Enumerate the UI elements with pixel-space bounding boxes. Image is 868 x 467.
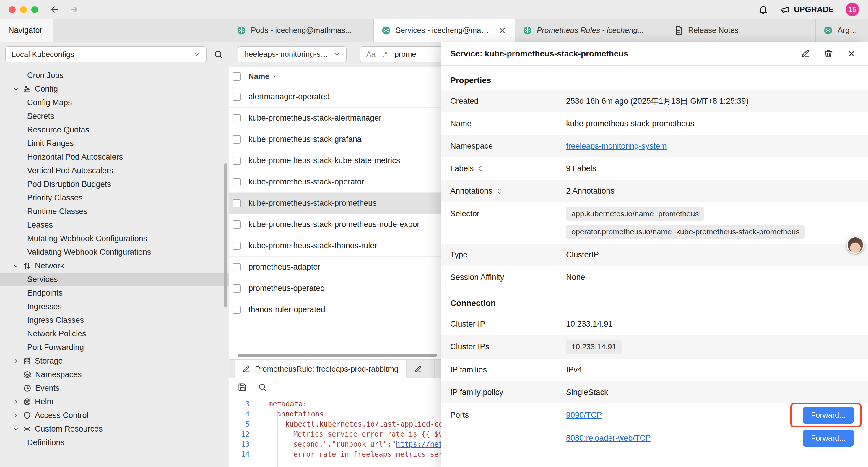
editor-search-icon[interactable] [258, 383, 267, 391]
sidebar-item-mutating-webhook-configurations[interactable]: Mutating Webhook Configurations [0, 232, 229, 245]
property-row-ip-families: IP familiesIPv4 [441, 358, 868, 381]
row-checkbox[interactable] [232, 221, 241, 229]
code-segment: second.","runbook_url":" [293, 440, 396, 448]
minimize-window-button[interactable] [20, 6, 27, 13]
property-label: Created [450, 97, 566, 106]
sidebar-item-port-forwarding[interactable]: Port Forwarding [0, 341, 229, 354]
row-checkbox[interactable] [232, 93, 241, 101]
sidebar-item-network[interactable]: Network [0, 259, 229, 272]
sidebar-item-namespaces[interactable]: Namespaces [0, 368, 229, 381]
select-all-checkbox[interactable] [232, 72, 241, 81]
save-icon[interactable] [238, 383, 247, 391]
zoom-window-button[interactable] [31, 6, 38, 13]
sidebar-item-storage[interactable]: Storage [0, 354, 229, 368]
row-checkbox[interactable] [232, 242, 241, 250]
property-label: IP families [450, 365, 566, 375]
sidebar-item-services[interactable]: Services [0, 272, 229, 286]
horizontal-scrollbar[interactable] [238, 353, 437, 357]
cell-name: kube-prometheus-stack-kube-state-metrics [248, 156, 400, 165]
row-checkbox[interactable] [232, 284, 241, 293]
code-text: metadata: [250, 399, 307, 409]
sidebar-item-access-control[interactable]: Access Control [0, 408, 229, 422]
app-tab-pods-icecheng-mathmas[interactable]: Pods - icecheng@mathmas... [229, 19, 374, 42]
navigator-panel-tab[interactable]: Navigator [0, 19, 53, 42]
sidebar-scrollbar[interactable] [224, 164, 227, 308]
close-icon[interactable] [847, 49, 856, 59]
row-checkbox[interactable] [232, 157, 241, 165]
sidebar-item-label: Validating Webhook Configurations [27, 248, 151, 257]
sidebar-item-limit-ranges[interactable]: Limit Ranges [0, 137, 229, 150]
notification-count-badge[interactable]: 15 [845, 3, 859, 16]
sidebar-item-custom-resources[interactable]: Custom Resources [0, 422, 229, 436]
user-avatar[interactable] [847, 236, 864, 254]
sidebar-item-secrets[interactable]: Secrets [0, 109, 229, 123]
forward-button[interactable]: Forward... [803, 430, 854, 447]
cell-name: kube-prometheus-stack-alertmanager [248, 114, 381, 123]
property-row-ip-family-policy: IP family policySingleStack [441, 381, 868, 404]
namespace-selector[interactable]: freeleaps-monitoring-system [238, 47, 346, 62]
close-window-button[interactable] [9, 6, 16, 13]
resource-tree: Cron JobsConfigConfig MapsSecretsResourc… [0, 67, 229, 467]
edit-icon[interactable] [801, 49, 810, 59]
regex-toggle[interactable]: .* [382, 50, 388, 59]
app-tab-services-icecheng-math[interactable]: Services - icecheng@math... [374, 19, 515, 42]
port-forward-link[interactable]: 9090/TCP [566, 411, 602, 420]
row-checkbox[interactable] [232, 263, 241, 271]
forward-icon[interactable] [69, 5, 79, 14]
sidebar-item-resource-quotas[interactable]: Resource Quotas [0, 123, 229, 137]
delete-icon[interactable] [824, 49, 833, 59]
row-checkbox[interactable] [232, 305, 241, 314]
sidebar-item-config-maps[interactable]: Config Maps [0, 96, 229, 109]
close-tab-icon[interactable] [498, 26, 507, 35]
row-checkbox[interactable] [232, 178, 241, 186]
bell-icon[interactable] [758, 5, 768, 14]
property-value-text: ClusterIP [566, 250, 599, 260]
sidebar-item-definitions[interactable]: Definitions [0, 436, 229, 449]
sidebar-search-icon[interactable] [214, 50, 223, 59]
sidebar-item-pod-disruption-budgets[interactable]: Pod Disruption Budgets [0, 177, 229, 191]
sidebar-item-leases[interactable]: Leases [0, 218, 229, 232]
sidebar-item-validating-webhook-configurations[interactable]: Validating Webhook Configurations [0, 245, 229, 259]
upgrade-button[interactable]: UPGRADE [780, 5, 834, 14]
port-forward-link[interactable]: 8080:reloader-web/TCP [566, 434, 651, 443]
property-value-text: None [566, 273, 585, 282]
forward-button[interactable]: Forward... [803, 407, 854, 424]
sidebar-item-runtime-classes[interactable]: Runtime Classes [0, 205, 229, 218]
sidebar-item-horizontal-pod-autoscalers[interactable]: Horizontal Pod Autoscalers [0, 150, 229, 164]
sidebar-item-helm[interactable]: Helm [0, 395, 229, 408]
helm-icon [23, 398, 31, 406]
app-tab-release-notes[interactable]: Release Notes [666, 19, 816, 42]
row-checkbox[interactable] [232, 199, 241, 207]
sidebar-item-priority-classes[interactable]: Priority Classes [0, 191, 229, 205]
column-header-name[interactable]: Name [248, 72, 278, 81]
sidebar-item-endpoints[interactable]: Endpoints [0, 286, 229, 300]
sidebar-item-network-policies[interactable]: Network Policies [0, 327, 229, 341]
match-case-toggle[interactable]: Aa [366, 50, 375, 59]
sidebar-item-ingress-classes[interactable]: Ingress Classes [0, 313, 229, 327]
editor-tab-2[interactable] [406, 360, 435, 378]
sidebar-item-label: Ingress Classes [27, 316, 84, 325]
app-tab-prometheus-rules-icecheng[interactable]: Prometheus Rules - icecheng... [515, 19, 666, 42]
editor-tab-1[interactable]: PrometheusRule: freeleaps-prod-rabbitmq [235, 360, 406, 378]
chevrons-up-down-icon[interactable] [496, 188, 503, 195]
app-tab-argo-se[interactable]: Argo Se [816, 19, 868, 42]
sidebar-item-vertical-pod-autoscalers[interactable]: Vertical Pod Autoscalers [0, 164, 229, 177]
back-icon[interactable] [50, 5, 59, 14]
sidebar-item-ingresses[interactable]: Ingresses [0, 300, 229, 313]
sidebar-item-cron-jobs[interactable]: Cron Jobs [0, 68, 229, 82]
chevrons-up-down-icon[interactable] [477, 165, 484, 172]
sidebar-item-config[interactable]: Config [0, 82, 229, 96]
cell-name: prometheus-operated [248, 284, 325, 293]
property-label-text: Ports [450, 411, 469, 420]
detail-panel-body: PropertiesCreated253d 16h 6m ago (2025年1… [441, 66, 868, 467]
chips: 10.233.14.91 [566, 340, 622, 354]
property-label-text: Annotations [450, 186, 493, 196]
property-label: Session Affinity [450, 273, 566, 282]
namespace-link[interactable]: freeleaps-monitoring-system [566, 142, 667, 151]
property-value: kube-prometheus-stack-prometheus [566, 119, 868, 128]
row-checkbox[interactable] [232, 114, 241, 122]
sidebar-item-events[interactable]: Events [0, 381, 229, 395]
kubeconfig-selector[interactable]: Local Kubeconfigs [5, 47, 207, 62]
sidebar-item-label: Cron Jobs [27, 71, 64, 80]
row-checkbox[interactable] [232, 135, 241, 144]
